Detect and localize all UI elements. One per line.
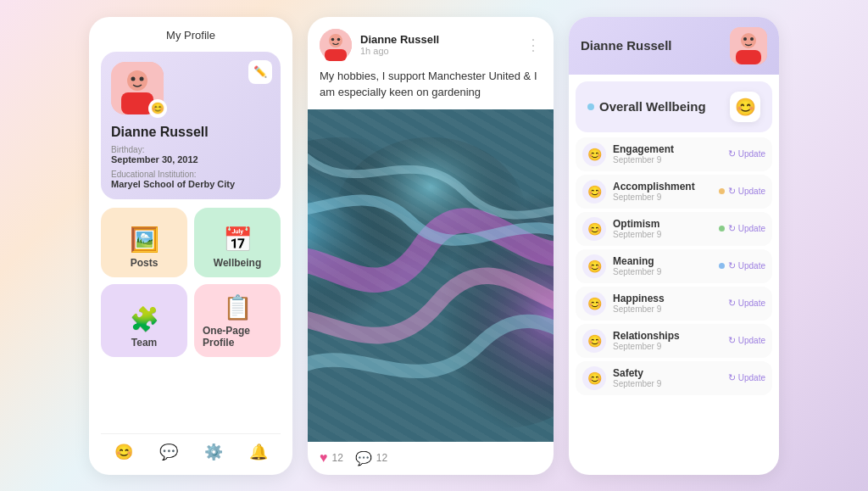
update-label: Update bbox=[738, 373, 765, 382]
wellbeing-item-name: Meaning bbox=[613, 255, 721, 267]
update-label: Update bbox=[738, 149, 765, 159]
svg-point-4 bbox=[140, 76, 144, 81]
wellbeing-item-date: September 9 bbox=[613, 192, 721, 202]
nav-home-icon[interactable]: 😊 bbox=[111, 439, 136, 465]
wellbeing-item: 😊 Safety September 9 ↻ Update bbox=[576, 361, 772, 395]
post-more-button[interactable]: ⋮ bbox=[526, 36, 542, 54]
update-label: Update bbox=[738, 261, 765, 271]
svg-point-8 bbox=[331, 37, 335, 41]
post-image bbox=[308, 109, 554, 442]
birthday-value: September 30, 2012 bbox=[111, 154, 198, 165]
update-label: Update bbox=[738, 336, 765, 345]
wellbeing-dot bbox=[587, 103, 594, 110]
wellbeing-update-button[interactable]: ↻ Update bbox=[728, 335, 765, 346]
post-meta: Dianne Russell 1h ago bbox=[360, 33, 517, 56]
menu-item-one-page-profile[interactable]: 📋 One-Page Profile bbox=[194, 284, 281, 357]
update-refresh-icon: ↻ bbox=[728, 186, 736, 197]
wellbeing-item-smiley: 😊 bbox=[582, 180, 606, 204]
wellbeing-item-date: September 9 bbox=[613, 342, 721, 351]
nav-notifications-icon[interactable]: 🔔 bbox=[246, 439, 271, 465]
team-icon: 🧩 bbox=[130, 308, 159, 332]
wellbeing-item-name: Relationships bbox=[613, 330, 721, 342]
heart-icon: ♥ bbox=[320, 450, 328, 466]
wellbeing-update-button[interactable]: ↻ Update bbox=[728, 148, 765, 159]
wellbeing-title: Overall Wellbeing bbox=[599, 99, 706, 114]
profile-card: ✏️ 😊 Dianne Russell Birthday: September … bbox=[101, 52, 281, 199]
svg-point-9 bbox=[337, 37, 341, 41]
like-count: 12 bbox=[332, 452, 343, 464]
wellbeing-item-smiley: 😊 bbox=[582, 329, 606, 353]
edit-button[interactable]: ✏️ bbox=[248, 60, 272, 84]
panel-title: My Profile bbox=[101, 29, 281, 42]
image-overlay bbox=[308, 109, 554, 442]
bottom-nav: 😊 💬 ⚙️ 🔔 bbox=[101, 433, 281, 466]
right-profile-name: Dianne Russell bbox=[581, 38, 672, 53]
comment-icon: 💬 bbox=[355, 450, 372, 466]
svg-point-17 bbox=[743, 37, 747, 41]
wellbeing-item-info: Relationships September 9 bbox=[613, 330, 721, 351]
menu-item-wellbeing[interactable]: 📅 Wellbeing bbox=[194, 208, 281, 277]
profile-name: Dianne Russell bbox=[111, 125, 209, 140]
svg-point-15 bbox=[741, 33, 756, 48]
nav-settings-icon[interactable]: ⚙️ bbox=[201, 439, 226, 465]
wellbeing-update-button[interactable]: ↻ Update bbox=[728, 186, 765, 197]
grid-menu: 🖼️ Posts 📅 Wellbeing 🧩 Team 📋 One-Page P… bbox=[101, 208, 281, 357]
nav-chat-icon[interactable]: 💬 bbox=[156, 439, 181, 465]
wellbeing-smiley-badge: 😊 bbox=[730, 92, 760, 122]
wellbeing-item-name: Happiness bbox=[613, 293, 721, 304]
wellbeing-item-name: Engagement bbox=[613, 143, 721, 155]
wellbeing-item: 😊 Relationships September 9 ↻ Update bbox=[576, 324, 772, 358]
update-label: Update bbox=[738, 187, 765, 196]
wellbeing-title-wrap: Overall Wellbeing bbox=[587, 99, 706, 114]
wellbeing-update-button[interactable]: ↻ Update bbox=[728, 298, 765, 309]
wellbeing-item: 😊 Engagement September 9 ↻ Update bbox=[576, 137, 772, 171]
update-refresh-icon: ↻ bbox=[728, 372, 736, 383]
svg-point-3 bbox=[131, 76, 136, 81]
comment-count: 12 bbox=[376, 452, 387, 464]
wellbeing-item: 😊 Happiness September 9 ↻ Update bbox=[576, 287, 772, 321]
wellbeing-update-button[interactable]: ↻ Update bbox=[728, 223, 765, 234]
posts-icon: 🖼️ bbox=[130, 228, 159, 252]
wellbeing-item-info: Happiness September 9 bbox=[613, 293, 721, 314]
svg-rect-16 bbox=[736, 50, 761, 64]
post-header: Dianne Russell 1h ago ⋮ bbox=[308, 17, 554, 68]
wellbeing-item-smiley: 😊 bbox=[582, 142, 606, 166]
wellbeing-item-name: Accomplishment bbox=[613, 181, 721, 192]
wellbeing-item-smiley: 😊 bbox=[582, 292, 606, 315]
menu-item-team[interactable]: 🧩 Team bbox=[101, 284, 187, 357]
wellbeing-icon: 📅 bbox=[223, 228, 253, 252]
wellbeing-update-button[interactable]: ↻ Update bbox=[728, 260, 765, 271]
update-refresh-icon: ↻ bbox=[728, 223, 736, 234]
right-avatar bbox=[730, 27, 767, 64]
svg-point-1 bbox=[127, 70, 147, 91]
wellbeing-item-info: Accomplishment September 9 bbox=[613, 181, 721, 202]
right-avatar-svg bbox=[730, 27, 767, 64]
svg-point-6 bbox=[329, 34, 342, 47]
wellbeing-item-date: September 9 bbox=[613, 379, 721, 388]
right-panel: Dianne Russell Overall Wellbeing 😊 😊 Eng… bbox=[569, 17, 779, 475]
wellbeing-item-info: Meaning September 9 bbox=[613, 255, 721, 276]
wellbeing-item: 😊 Optimism September 9 ↻ Update bbox=[576, 212, 772, 246]
like-action[interactable]: ♥ 12 bbox=[320, 450, 343, 466]
wellbeing-item-info: Optimism September 9 bbox=[613, 218, 721, 239]
wellbeing-item-info: Engagement September 9 bbox=[613, 143, 721, 165]
wellbeing-label: Wellbeing bbox=[214, 257, 261, 269]
institution-label: Educational Institution: bbox=[111, 170, 197, 179]
comment-action[interactable]: 💬 12 bbox=[355, 450, 387, 466]
one-page-profile-icon: 📋 bbox=[223, 296, 253, 320]
left-panel: My Profile ✏️ 😊 Dianne Russell Birthday:… bbox=[89, 17, 292, 475]
update-label: Update bbox=[738, 299, 765, 308]
wellbeing-item: 😊 Accomplishment September 9 ↻ Update bbox=[576, 175, 772, 209]
menu-item-posts[interactable]: 🖼️ Posts bbox=[101, 208, 187, 277]
post-time: 1h ago bbox=[360, 46, 517, 56]
svg-rect-7 bbox=[325, 49, 347, 61]
wellbeing-update-button[interactable]: ↻ Update bbox=[728, 372, 765, 383]
post-author: Dianne Russell bbox=[360, 33, 517, 46]
wellbeing-item-date: September 9 bbox=[613, 155, 721, 165]
wellbeing-item-smiley: 😊 bbox=[582, 217, 606, 241]
posts-label: Posts bbox=[131, 257, 159, 269]
wellbeing-item-date: September 9 bbox=[613, 267, 721, 276]
wellbeing-item: 😊 Meaning September 9 ↻ Update bbox=[576, 249, 772, 283]
post-avatar-svg bbox=[320, 29, 352, 61]
post-avatar bbox=[320, 29, 352, 61]
